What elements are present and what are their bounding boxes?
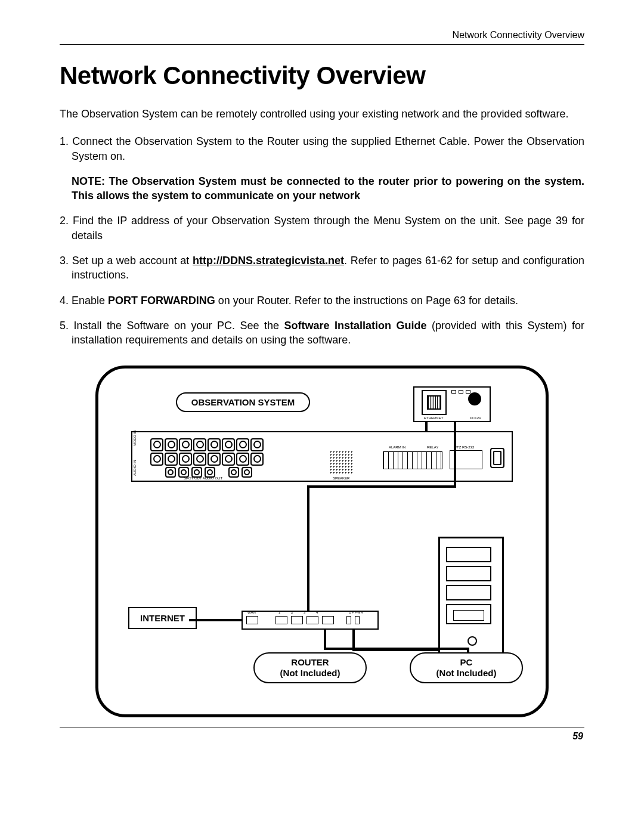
port-forwarding-bold: PORT FORWARDING [108,295,215,306]
step-2: 2. Find the IP address of your Observati… [60,213,584,243]
network-diagram: OBSERVATION SYSTEM ETHERNET DC12V VIDEO … [95,366,549,717]
ethernet-module-icon: ETHERNET DC12V [413,386,491,422]
step-4: 4. Enable PORT FORWARDING on your Router… [60,293,584,308]
software-guide-bold: Software Installation Guide [284,320,427,332]
dc-power-jack-icon [468,392,481,405]
ptz-rs232-label: PTZ RS-232 [454,445,474,449]
pc-label-line1: PC [460,657,473,667]
ethernet-port-label: ETHERNET [424,416,443,420]
router-led-label: UP PWR [349,611,363,614]
page-number: 59 [60,731,584,742]
pc-label: PC (Not Included) [410,652,523,683]
step-4-pre: 4. Enable [60,295,108,306]
spot-audio-out-label: SPOT OUT AUDIO OUT [184,476,222,480]
step-3: 3. Set up a web account at http://DDNS.s… [60,253,584,283]
rj45-port-icon [422,390,447,415]
router-port-numbers: 1 2 3 4 [278,611,323,614]
router-icon: WAN 1 2 3 4 UP PWR [242,611,379,630]
pc-label-line2: (Not Included) [436,668,497,678]
power-switch-icon [490,448,504,468]
running-header: Network Connectivity Overview [60,30,584,41]
terminal-block-icon [383,451,442,469]
step-3-pre: 3. Set up a web account at [60,255,193,267]
router-wan-label: WAN [247,611,256,614]
page-title: Network Connectivity Overview [60,61,584,90]
speaker-grille-icon [329,450,353,474]
router-label-line2: (Not Included) [280,668,340,678]
internet-label: INTERNET [128,607,197,629]
ddns-link[interactable]: http://DDNS.strategicvista.net [193,255,344,267]
step-4-post: on your Router. Refer to the instruction… [215,295,518,306]
router-label: ROUTER (Not Included) [253,652,367,683]
note-paragraph: NOTE: The Observation System must be con… [60,174,584,203]
video-in-label: VIDEO IN [133,430,137,445]
step-1: 1. Connect the Observation System to the… [60,134,584,163]
header-rule [60,44,584,45]
step-5: 5. Install the Software on your PC. See … [60,318,584,348]
observation-system-label: OBSERVATION SYSTEM [176,392,310,412]
step-5-pre: 5. Install the Software on your PC. See … [60,320,284,332]
footer-rule [60,727,584,727]
alarm-in-label: ALARM IN [389,445,405,449]
router-label-line1: ROUTER [291,657,329,667]
speaker-label: SPEAKER [333,476,349,480]
intro-paragraph: The Observation System can be remotely c… [60,107,584,121]
relay-label: RELAY [427,445,438,449]
dc12v-label: DC12V [470,416,481,420]
audio-in-label: AUDIO IN [133,460,137,476]
pc-tower-icon [438,537,504,656]
